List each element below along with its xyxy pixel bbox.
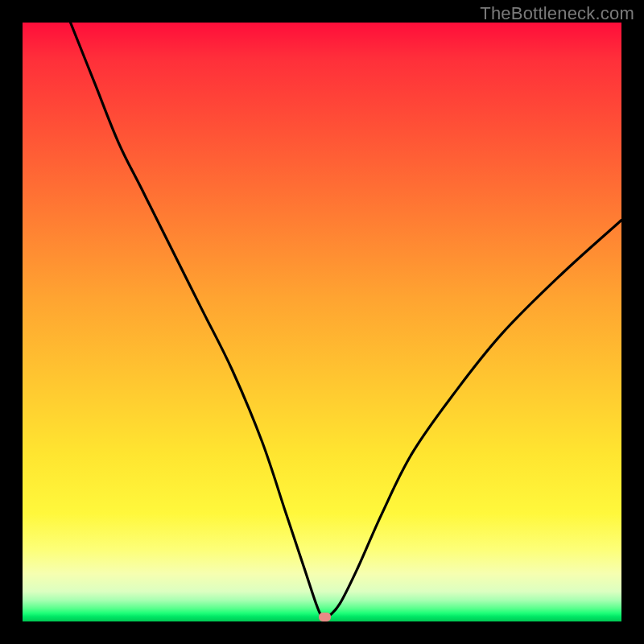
optimal-point-marker (319, 613, 331, 621)
watermark-text: TheBottleneck.com (480, 3, 634, 24)
bottleneck-curve (23, 23, 621, 621)
chart-frame: TheBottleneck.com (0, 0, 644, 644)
plot-area (23, 23, 621, 621)
